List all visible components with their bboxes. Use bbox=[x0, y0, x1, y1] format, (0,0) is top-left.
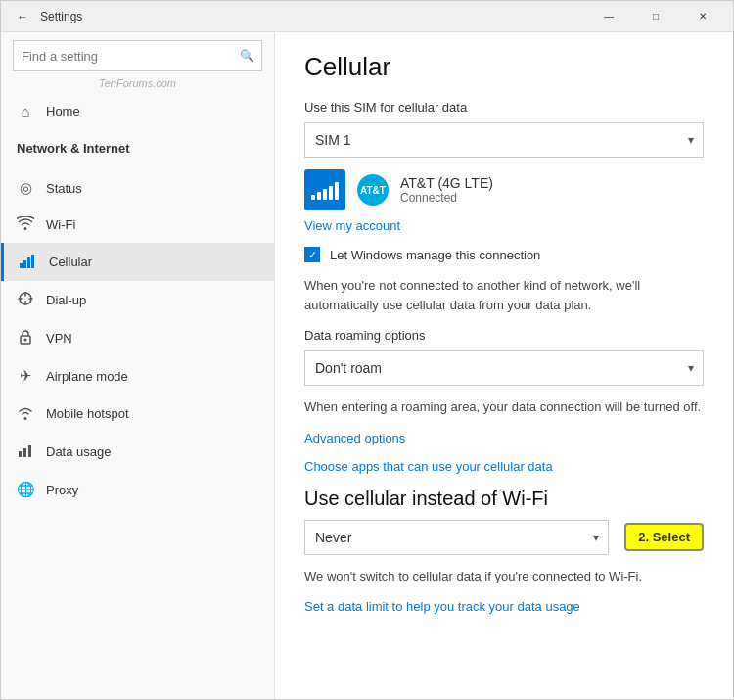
sidebar-item-vpn[interactable]: VPN bbox=[1, 319, 274, 357]
sidebar-item-datausage[interactable]: Data usage bbox=[1, 433, 274, 471]
vpn-icon bbox=[17, 329, 34, 348]
carrier-status: Connected bbox=[400, 191, 493, 205]
svg-rect-9 bbox=[28, 445, 31, 457]
sidebar-item-label: VPN bbox=[46, 331, 258, 346]
sidebar-item-proxy[interactable]: 🌐 Proxy bbox=[1, 471, 274, 508]
sidebar-item-label: Wi-Fi bbox=[46, 217, 258, 232]
svg-rect-0 bbox=[20, 263, 23, 268]
settings-window: ← Settings — □ ✕ 🔍 TenForums.com ⌂ Home … bbox=[0, 0, 734, 700]
search-icon: 🔍 bbox=[240, 49, 254, 63]
dialup-icon bbox=[17, 291, 34, 309]
status-icon: ◎ bbox=[17, 179, 34, 197]
sidebar-item-hotspot[interactable]: Mobile hotspot bbox=[1, 395, 274, 433]
checkbox-row: ✓ Let Windows manage this connection bbox=[304, 247, 704, 262]
sidebar-section-title: Network & Internet bbox=[1, 129, 274, 162]
svg-rect-3 bbox=[31, 255, 34, 268]
signal-bars bbox=[311, 180, 339, 200]
window-controls: — □ ✕ bbox=[586, 1, 725, 32]
view-account-link[interactable]: View my account bbox=[304, 218, 704, 233]
datausage-icon bbox=[17, 443, 34, 461]
checkmark-icon: ✓ bbox=[308, 249, 317, 261]
sidebar: 🔍 TenForums.com ⌂ Home Network & Interne… bbox=[1, 32, 275, 699]
sidebar-item-label: Proxy bbox=[46, 483, 258, 497]
svg-rect-7 bbox=[19, 451, 22, 457]
maximize-button[interactable]: □ bbox=[633, 1, 678, 32]
bar1 bbox=[311, 195, 315, 200]
home-icon: ⌂ bbox=[17, 103, 34, 119]
svg-rect-2 bbox=[27, 257, 30, 268]
carrier-row: AT&T AT&T (4G LTE) Connected bbox=[304, 169, 704, 210]
wifi-dropdown-row: Never Always When needed ▾ 2. Select bbox=[304, 520, 704, 555]
cellular-icon bbox=[20, 253, 37, 271]
bar5 bbox=[335, 182, 339, 200]
sidebar-item-status[interactable]: ◎ Status bbox=[1, 169, 274, 207]
sidebar-item-label: Home bbox=[46, 104, 258, 118]
wifi-dropdown-wrapper: Never Always When needed ▾ bbox=[304, 520, 609, 555]
wifi-description: We won't switch to cellular data if you'… bbox=[304, 567, 704, 586]
roaming-dropdown[interactable]: Don't roam Roam Always roam bbox=[304, 350, 704, 386]
sim-label: Use this SIM for cellular data bbox=[304, 100, 704, 115]
bar4 bbox=[329, 186, 333, 200]
roaming-dropdown-wrapper: Don't roam Roam Always roam ▾ bbox=[304, 350, 704, 386]
sidebar-item-label: Cellular bbox=[49, 255, 258, 269]
proxy-icon: 🌐 bbox=[17, 481, 34, 498]
wifi-icon bbox=[17, 216, 34, 233]
sidebar-item-dialup[interactable]: Dial-up bbox=[1, 281, 274, 319]
sim-dropdown[interactable]: SIM 1 SIM 2 bbox=[304, 122, 704, 158]
data-limit-link[interactable]: Set a data limit to help you track your … bbox=[304, 599, 704, 614]
titlebar: ← Settings — □ ✕ bbox=[1, 1, 733, 32]
window-title: Settings bbox=[36, 10, 586, 23]
carrier-info: AT&T (4G LTE) Connected bbox=[400, 175, 493, 205]
close-button[interactable]: ✕ bbox=[680, 1, 725, 32]
carrier-name: AT&T (4G LTE) bbox=[400, 175, 493, 191]
att-logo: AT&T bbox=[357, 174, 389, 206]
sidebar-item-cellular[interactable]: Cellular 1. Click on bbox=[1, 243, 274, 281]
svg-point-6 bbox=[24, 339, 27, 342]
sidebar-item-home[interactable]: ⌂ Home bbox=[1, 93, 274, 129]
minimize-button[interactable]: — bbox=[586, 1, 631, 32]
hotspot-icon bbox=[17, 404, 34, 423]
roaming-description: When entering a roaming area, your data … bbox=[304, 397, 704, 417]
wifi-dropdown[interactable]: Never Always When needed bbox=[304, 520, 609, 555]
select-tooltip: 2. Select bbox=[624, 523, 704, 551]
sim-dropdown-wrapper: SIM 1 SIM 2 ▾ bbox=[304, 122, 704, 158]
advanced-options-link[interactable]: Advanced options bbox=[304, 431, 704, 445]
right-panel: Cellular Use this SIM for cellular data … bbox=[275, 32, 733, 699]
roaming-label: Data roaming options bbox=[304, 328, 704, 343]
sidebar-item-label: Data usage bbox=[46, 444, 258, 459]
bar2 bbox=[317, 192, 321, 200]
choose-apps-link[interactable]: Choose apps that can use your cellular d… bbox=[304, 459, 704, 474]
sidebar-item-label: Airplane mode bbox=[46, 369, 258, 384]
page-title: Cellular bbox=[304, 52, 704, 82]
svg-rect-8 bbox=[23, 448, 26, 457]
checkbox-label: Let Windows manage this connection bbox=[330, 248, 540, 262]
sidebar-item-label: Status bbox=[46, 181, 258, 196]
manage-connection-checkbox[interactable]: ✓ bbox=[304, 247, 320, 262]
wifi-section-title: Use cellular instead of Wi-Fi bbox=[304, 488, 704, 510]
main-content: 🔍 TenForums.com ⌂ Home Network & Interne… bbox=[1, 32, 733, 699]
auto-data-description: When you're not connected to another kin… bbox=[304, 276, 704, 314]
sidebar-item-airplane[interactable]: ✈ Airplane mode bbox=[1, 357, 274, 395]
sidebar-item-label: Mobile hotspot bbox=[46, 406, 258, 421]
back-button[interactable]: ← bbox=[9, 3, 36, 30]
carrier-signal-icon bbox=[304, 169, 345, 210]
bar3 bbox=[323, 189, 327, 200]
watermark: TenForums.com bbox=[1, 75, 274, 93]
search-container: 🔍 bbox=[13, 40, 262, 71]
search-input[interactable] bbox=[13, 40, 262, 71]
sidebar-item-label: Dial-up bbox=[46, 293, 258, 307]
sidebar-item-wifi[interactable]: Wi-Fi bbox=[1, 207, 274, 243]
svg-rect-1 bbox=[23, 260, 26, 268]
airplane-icon: ✈ bbox=[17, 367, 34, 385]
